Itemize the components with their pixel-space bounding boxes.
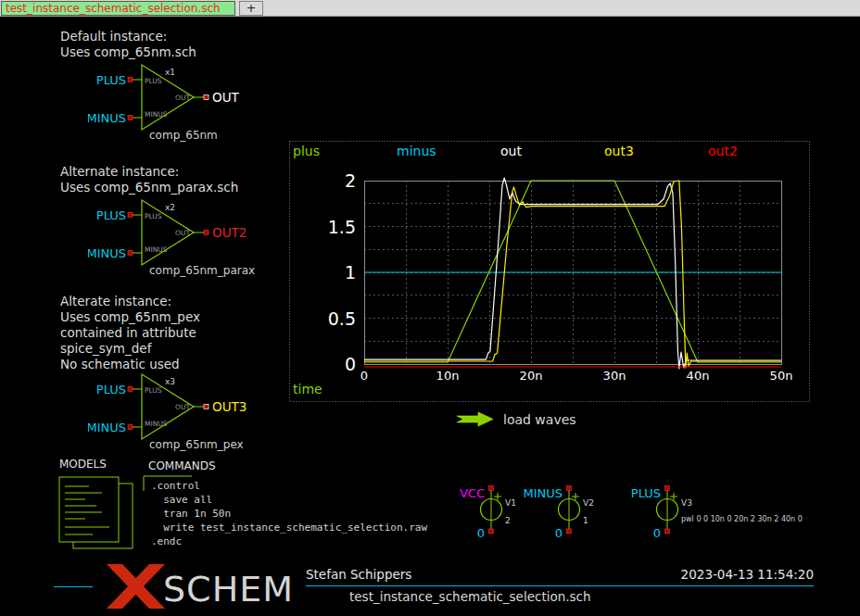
symbol-name-label: comp_65nm_pex (149, 438, 244, 451)
pin-icon[interactable] (204, 95, 209, 100)
pin-icon[interactable] (665, 486, 670, 491)
pin-label-minus: MINUS (145, 110, 168, 119)
tab-active[interactable]: test_instance_schematic_selection.sch (1, 1, 235, 16)
voltage-sources: VCC V1 2 0 MINUS V2 1 0 PLUS V3 pwl 0 0 … (459, 484, 820, 543)
comparator-symbol-x3[interactable]: PLUS MINUS x3 PLUS MINUS OUT OUT3 comp_6… (88, 367, 264, 455)
legend-item-minus[interactable]: minus (397, 144, 436, 158)
net-label-plus[interactable]: PLUS (631, 486, 661, 500)
pin-icon[interactable] (567, 486, 572, 491)
pin-icon[interactable] (128, 251, 133, 256)
source-name: V1 (505, 498, 516, 508)
titleblock-left-line (54, 586, 93, 587)
pin-icon[interactable] (665, 529, 670, 534)
models-icon[interactable] (57, 471, 135, 554)
pin-label-plus: PLUS (145, 212, 162, 220)
pin-icon[interactable] (128, 116, 133, 120)
pin-label-plus: PLUS (145, 386, 162, 395)
heading-line: spice_sym_def (60, 341, 200, 357)
net-label-out[interactable]: OUT (212, 90, 240, 105)
gnd-label[interactable]: 0 (477, 526, 485, 540)
comparator-symbol-x2[interactable]: PLUS MINUS x2 PLUS MINUS OUT OUT2 comp_6… (88, 193, 264, 281)
heading-line: Alterate instance: (60, 294, 200, 309)
pin-icon[interactable] (489, 529, 494, 534)
legend-item-out[interactable]: out (500, 144, 522, 158)
x-axis-label: time (293, 382, 322, 396)
y-tick-label: 1 (345, 262, 356, 283)
symbol-name-label: comp_65nm_parax (149, 264, 255, 277)
xschem-logo-text: SCHEM (163, 569, 294, 610)
pin-icon[interactable] (128, 213, 133, 218)
instance-name-label: x3 (165, 377, 175, 386)
pin-label-minus: MINUS (145, 245, 168, 254)
y-tick-label: 0.5 (328, 308, 356, 329)
comparator-symbol-x1[interactable]: PLUS MINUS x1 PLUS MINUS OUT OUT comp_65… (88, 57, 264, 145)
instance-name-label: x2 (165, 203, 175, 212)
tab-bar: test_instance_schematic_selection.sch + (0, 0, 860, 17)
source-name: V2 (583, 498, 594, 508)
net-label-minus[interactable]: MINUS (88, 421, 126, 434)
gnd-label[interactable]: 0 (555, 526, 563, 540)
source-value: 2 (505, 516, 511, 525)
vsource-v3[interactable]: PLUS V3 pwl 0 0 10n 0 20n 2 30n 2 40n 0 … (631, 486, 803, 541)
pin-label-out: OUT (175, 403, 190, 411)
commands-script[interactable]: .control save all tran 1n 50n write test… (151, 479, 427, 548)
legend-item-out3[interactable]: out3 (604, 144, 634, 158)
net-label-vcc[interactable]: VCC (460, 486, 485, 500)
commands-label: COMMANDS (148, 459, 216, 472)
heading-line: Alternate instance: (60, 164, 238, 180)
pin-icon[interactable] (567, 529, 572, 534)
instance1-heading: Default instance: Uses comp_65nm.sch (60, 29, 196, 60)
source-value: pwl 0 0 10n 0 20n 2 30n 2 40n 0 (681, 515, 803, 523)
pin-label-plus: PLUS (145, 77, 162, 85)
models-label: MODELS (59, 458, 107, 471)
source-value: 1 (583, 516, 588, 525)
launcher-arrow-icon[interactable] (456, 411, 502, 428)
heading-line: contained in attribute (60, 325, 200, 341)
pin-label-out: OUT (175, 229, 190, 237)
legend-item-out2[interactable]: out2 (708, 144, 738, 158)
net-label-plus[interactable]: PLUS (96, 208, 126, 222)
titleblock-underline (306, 585, 814, 586)
load-waves-launcher[interactable]: load waves (503, 412, 576, 427)
source-name: V3 (681, 498, 692, 508)
waveform-plot[interactable]: 00.511.52010n20n30n40n50nplusminusoutout… (289, 141, 810, 402)
vsource-v2[interactable]: MINUS V2 1 0 (523, 486, 593, 541)
y-tick-label: 1.5 (328, 217, 356, 237)
y-tick-label: 2 (345, 170, 356, 191)
net-label-plus[interactable]: PLUS (96, 73, 126, 87)
symbol-name-label: comp_65nm (149, 129, 218, 142)
x-tick-label: 40n (687, 369, 710, 383)
heading-line: Uses comp_65nm_pex (60, 309, 200, 325)
pin-icon[interactable] (128, 425, 133, 430)
pin-icon[interactable] (489, 486, 494, 491)
x-tick-label: 20n (520, 369, 543, 383)
pin-icon[interactable] (204, 405, 209, 409)
author-name: Stefan Schippers (306, 567, 411, 582)
titleblock-author-row: Stefan Schippers 2023-04-13 11:54:20 (306, 567, 814, 582)
net-label-minus[interactable]: MINUS (88, 111, 126, 125)
net-label-out[interactable]: OUT2 (212, 225, 247, 240)
vsource-v1[interactable]: VCC V1 2 0 (460, 486, 516, 541)
pin-label-minus: MINUS (145, 420, 168, 428)
x-tick-label: 0 (360, 369, 368, 383)
heading-line: Default instance: (60, 29, 196, 44)
net-label-plus[interactable]: PLUS (96, 383, 126, 396)
pin-icon[interactable] (128, 78, 133, 82)
legend-item-plus[interactable]: plus (293, 144, 320, 158)
net-label-out[interactable]: OUT3 (212, 399, 247, 414)
new-tab-button[interactable]: + (239, 1, 263, 16)
gnd-label[interactable]: 0 (653, 526, 661, 540)
x-tick-label: 50n (770, 369, 793, 383)
y-tick-label: 0 (345, 354, 356, 374)
net-label-minus[interactable]: MINUS (88, 246, 126, 260)
xschem-logo-x-icon (100, 560, 167, 612)
x-tick-label: 30n (603, 369, 626, 383)
instance2-heading: Alternate instance: Uses comp_65nm_parax… (60, 164, 238, 195)
pin-label-out: OUT (175, 94, 190, 102)
instance-name-label: x1 (165, 68, 175, 77)
pin-icon[interactable] (204, 231, 209, 235)
pin-icon[interactable] (128, 387, 133, 392)
net-label-minus[interactable]: MINUS (523, 486, 563, 500)
instance3-heading: Alterate instance: Uses comp_65nm_pex co… (60, 294, 200, 372)
x-tick-label: 10n (436, 369, 460, 383)
